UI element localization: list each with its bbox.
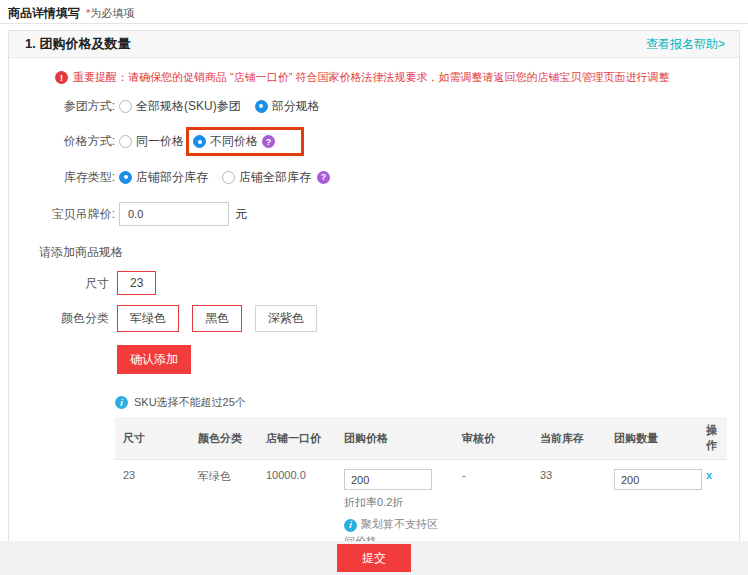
join-mode-label: 参团方式: <box>9 98 115 115</box>
col-group-price: 团购价格 <box>336 417 454 460</box>
required-note: 为必填项 <box>90 7 134 19</box>
sku-limit-text: SKU选择不能超过25个 <box>134 395 246 410</box>
info-icon: i <box>344 519 357 532</box>
radio-all-sku[interactable]: 全部规格(SKU)参团 <box>119 98 241 115</box>
price-mode-row: 价格方式: 同一价格 不同价格 ? <box>9 127 739 156</box>
group-price-input[interactable] <box>344 469 432 490</box>
submit-button[interactable]: 提交 <box>337 544 411 572</box>
tag-price-unit: 元 <box>235 206 247 223</box>
stock-type-options: 店铺部分库存 店铺全部库存 ? <box>119 169 330 186</box>
radio-unselected-icon <box>119 135 132 148</box>
size-label: 尺寸 <box>9 275 109 292</box>
question-help-icon[interactable]: ? <box>262 135 275 148</box>
warning-icon: ! <box>55 71 68 84</box>
radio-selected-icon <box>193 135 206 148</box>
radio-partial-stock[interactable]: 店铺部分库存 <box>119 169 208 186</box>
price-mode-options: 同一价格 不同价格 ? <box>119 127 304 156</box>
warning-text: 重要提醒：请确保您的促销商品 “店铺一口价” 符合国家价格法律法规要求，如需调整… <box>73 70 669 85</box>
size-option-23[interactable]: 23 <box>117 271 156 295</box>
tag-price-input[interactable] <box>119 202 229 226</box>
radio-all-stock-label: 店铺全部库存 <box>239 169 311 186</box>
join-mode-options: 全部规格(SKU)参团 部分规格 <box>119 98 334 115</box>
color-row: 颜色分类 军绿色 黑色 深紫色 <box>9 305 739 332</box>
radio-different-price-label: 不同价格 <box>210 133 258 150</box>
quantity-input[interactable] <box>614 469 702 490</box>
col-size: 尺寸 <box>115 417 190 460</box>
annotation-highlight-box: 不同价格 ? <box>186 127 304 156</box>
col-action: 操作 <box>698 417 727 460</box>
section-title: 1. 团购价格及数量 <box>25 35 130 53</box>
col-quantity: 团购数量 <box>606 417 698 460</box>
page: 商品详情填写*为必填项 1. 团购价格及数量 查看报名帮助> ! 重要提醒：请确… <box>0 0 748 575</box>
tag-price-label: 宝贝吊牌价: <box>9 206 115 223</box>
page-title: 商品详情填写 <box>8 6 80 20</box>
price-warning: ! 重要提醒：请确保您的促销商品 “店铺一口价” 符合国家价格法律法规要求，如需… <box>55 70 739 85</box>
radio-partial-sku-label: 部分规格 <box>272 98 320 115</box>
color-option-black[interactable]: 黑色 <box>192 305 242 332</box>
stock-type-label: 库存类型: <box>9 169 115 186</box>
radio-same-price-label: 同一价格 <box>136 133 184 150</box>
radio-unselected-icon <box>119 100 132 113</box>
delete-row-button[interactable]: x <box>706 469 712 481</box>
section-content: ! 重要提醒：请确保您的促销商品 “店铺一口价” 符合国家价格法律法规要求，如需… <box>9 70 739 575</box>
radio-unselected-icon <box>222 171 235 184</box>
spec-section-title: 请添加商品规格 <box>39 244 739 261</box>
section-header: 1. 团购价格及数量 查看报名帮助> <box>9 31 739 58</box>
footer-bar: 提交 <box>0 541 748 575</box>
radio-partial-sku[interactable]: 部分规格 <box>255 98 320 115</box>
question-help-icon[interactable]: ? <box>317 171 330 184</box>
col-stock: 当前库存 <box>532 417 606 460</box>
discount-note: 折扣率0.2折 <box>344 495 446 510</box>
tag-price-row: 宝贝吊牌价: 元 <box>9 202 739 226</box>
size-row: 尺寸 23 <box>9 271 739 295</box>
radio-partial-stock-label: 店铺部分库存 <box>136 169 208 186</box>
radio-different-price[interactable]: 不同价格 <box>193 133 258 150</box>
radio-all-sku-label: 全部规格(SKU)参团 <box>136 98 241 115</box>
col-audit-price: 审核价 <box>454 417 532 460</box>
join-mode-row: 参团方式: 全部规格(SKU)参团 部分规格 <box>9 95 739 117</box>
price-mode-label: 价格方式: <box>9 133 115 150</box>
color-option-dark-purple[interactable]: 深紫色 <box>255 305 317 332</box>
signup-help-link[interactable]: 查看报名帮助> <box>646 36 725 53</box>
sku-limit-note: i SKU选择不能超过25个 <box>115 395 739 410</box>
info-icon: i <box>115 396 128 409</box>
col-color: 颜色分类 <box>190 417 258 460</box>
table-header-row: 尺寸 颜色分类 店铺一口价 团购价格 审核价 当前库存 团购数量 操作 <box>115 417 727 460</box>
color-label: 颜色分类 <box>9 310 109 327</box>
col-shop-price: 店铺一口价 <box>258 417 336 460</box>
stock-type-row: 库存类型: 店铺部分库存 店铺全部库存 ? <box>9 166 739 188</box>
radio-selected-icon <box>255 100 268 113</box>
color-option-army-green[interactable]: 军绿色 <box>117 305 179 332</box>
radio-all-stock[interactable]: 店铺全部库存 <box>222 169 311 186</box>
group-price-panel: 1. 团购价格及数量 查看报名帮助> ! 重要提醒：请确保您的促销商品 “店铺一… <box>8 30 740 575</box>
radio-selected-icon <box>119 171 132 184</box>
confirm-add-button[interactable]: 确认添加 <box>117 345 191 374</box>
page-header: 商品详情填写*为必填项 <box>0 0 748 24</box>
radio-same-price[interactable]: 同一价格 <box>119 133 184 150</box>
